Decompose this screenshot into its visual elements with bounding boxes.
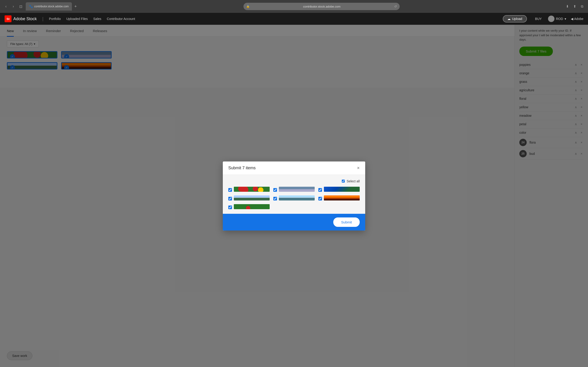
browser-chrome: ‹ › ⊡ 🐾 contributor.stock.adobe.com + 🔒 … <box>0 0 588 13</box>
select-all-row: Select all <box>228 179 360 183</box>
nav-uploaded-files[interactable]: Uploaded Files <box>66 16 88 22</box>
nav-contributor-account[interactable]: Contributor Account <box>107 16 135 22</box>
address-bar[interactable]: 🔒 contributor.stock.adobe.com ↺ <box>243 3 400 10</box>
user-dropdown-icon: ▾ <box>565 17 566 21</box>
image-checkbox[interactable] <box>273 188 277 192</box>
image-checkbox[interactable] <box>228 206 232 209</box>
browser-tab-bar: 🐾 contributor.stock.adobe.com + <box>26 2 79 10</box>
upload-button[interactable]: ☁ Upload <box>503 15 527 23</box>
upload-icon: ☁ <box>507 17 510 21</box>
adobe-text: Adobe <box>574 17 583 21</box>
user-menu[interactable]: ROD ▾ <box>548 16 566 22</box>
lock-icon: 🔒 <box>246 5 250 8</box>
modal-overlay[interactable]: Submit 7 items × Select all <box>0 25 588 367</box>
adobe-logo-box: St <box>5 15 11 22</box>
new-tab-button[interactable]: + <box>72 3 79 10</box>
image-thumbnail-mountains2 <box>279 195 315 200</box>
image-checkbox[interactable] <box>318 188 322 192</box>
adobe-icon: ◀ <box>571 17 573 21</box>
download-button[interactable]: ⬇ <box>564 3 571 10</box>
header-nav: Portfolio Uploaded Files Sales Contribut… <box>49 16 135 22</box>
fullscreen-button[interactable]: ⧉ <box>579 3 585 10</box>
modal-image-item <box>273 187 315 192</box>
tab-label: contributor.stock.adobe.com <box>34 5 69 8</box>
submit-modal: Submit 7 items × Select all <box>223 161 365 231</box>
page-content: New In review Reminder Rejected Releases… <box>0 25 588 367</box>
brand-name: Adobe Stock <box>13 17 37 21</box>
modal-header: Submit 7 items × <box>223 161 365 175</box>
app-header: St Adobe Stock | Portfolio Uploaded File… <box>0 13 588 25</box>
tab-favicon: 🐾 <box>29 5 33 8</box>
select-all-label[interactable]: Select all <box>346 179 360 183</box>
browser-tab[interactable]: 🐾 contributor.stock.adobe.com <box>26 2 72 10</box>
upload-label: Upload <box>512 17 522 21</box>
image-checkbox[interactable] <box>228 188 232 192</box>
modal-close-button[interactable]: × <box>357 166 360 170</box>
nav-portfolio[interactable]: Portfolio <box>49 16 61 22</box>
image-thumbnail-mountains <box>234 195 270 200</box>
image-thumbnail-flowers <box>234 187 270 192</box>
image-checkbox[interactable] <box>318 197 322 200</box>
adobe-logo: St Adobe Stock <box>5 15 37 22</box>
back-button[interactable]: ‹ <box>3 3 9 10</box>
nav-sales[interactable]: Sales <box>93 16 101 22</box>
image-thumbnail-village <box>234 204 270 209</box>
modal-image-grid <box>228 187 360 209</box>
modal-title: Submit 7 items <box>228 166 256 170</box>
modal-image-item <box>318 187 360 192</box>
url-text: contributor.stock.adobe.com <box>251 5 392 8</box>
sidebar-toggle-button[interactable]: ⊡ <box>17 3 24 10</box>
browser-actions: ⬇ ⬆ ⧉ <box>564 3 585 10</box>
buy-text: BUY <box>535 17 542 21</box>
reload-button[interactable]: ↺ <box>394 5 397 8</box>
modal-submit-button[interactable]: Submit <box>333 217 360 227</box>
user-avatar <box>548 16 554 22</box>
modal-image-item <box>273 195 315 200</box>
image-thumbnail-fjord <box>324 187 360 192</box>
image-checkbox[interactable] <box>273 197 277 200</box>
user-name: ROD <box>556 17 563 21</box>
image-thumbnail-sunset <box>324 195 360 200</box>
share-button[interactable]: ⬆ <box>571 3 578 10</box>
modal-footer: Submit <box>223 214 365 231</box>
adobe-link[interactable]: ◀ Adobe <box>571 17 583 21</box>
modal-image-item <box>318 195 360 200</box>
select-all-checkbox[interactable] <box>342 180 345 183</box>
modal-image-item <box>228 187 270 192</box>
image-thumbnail-boat <box>279 187 315 192</box>
browser-nav: ‹ › ⊡ <box>3 3 24 10</box>
image-checkbox[interactable] <box>228 197 232 200</box>
modal-image-item <box>228 195 270 200</box>
modal-body: Select all <box>223 175 365 214</box>
forward-button[interactable]: › <box>10 3 17 10</box>
modal-image-item <box>228 204 270 209</box>
header-divider: | <box>42 16 43 22</box>
